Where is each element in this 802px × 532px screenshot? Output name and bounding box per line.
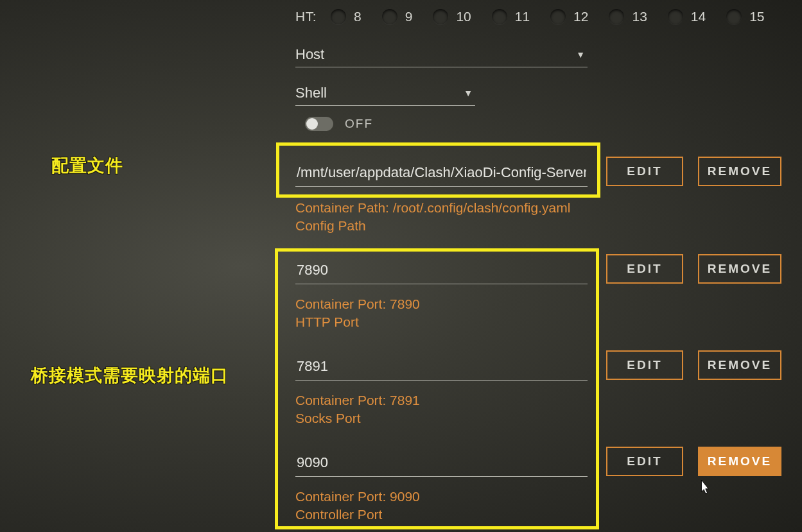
ht-value: 13 bbox=[632, 9, 647, 24]
shell-select-label: Shell bbox=[295, 85, 327, 101]
config-container-path: Container Path: /root/.config/clash/conf… bbox=[295, 199, 570, 217]
port-controller-desc: Controller Port bbox=[295, 506, 420, 524]
port-socks-input[interactable] bbox=[295, 354, 588, 381]
annotation-ports-label: 桥接模式需要映射的端口 bbox=[31, 364, 229, 387]
port-http-desc: HTTP Port bbox=[295, 313, 420, 331]
config-path-input[interactable] bbox=[295, 160, 588, 187]
radio-icon[interactable] bbox=[331, 9, 346, 24]
ht-value: 15 bbox=[749, 9, 764, 24]
ht-item[interactable]: 11 bbox=[492, 9, 530, 24]
ht-item[interactable]: 13 bbox=[609, 9, 647, 24]
port-controller-container: Container Port: 9090 bbox=[295, 488, 420, 506]
remove-button[interactable]: REMOVE bbox=[698, 157, 781, 186]
chevron-down-icon: ▼ bbox=[576, 49, 585, 60]
port-http-input[interactable] bbox=[295, 258, 588, 284]
ht-item[interactable]: 10 bbox=[433, 9, 471, 24]
ht-row: HT: 8 9 10 11 12 13 14 15 bbox=[295, 9, 779, 24]
ht-item[interactable]: 15 bbox=[726, 9, 764, 24]
ht-value: 10 bbox=[456, 9, 471, 24]
mouse-cursor-icon bbox=[697, 479, 711, 495]
ht-item[interactable]: 14 bbox=[668, 9, 706, 24]
chevron-down-icon: ▼ bbox=[464, 88, 473, 98]
ht-item[interactable]: 9 bbox=[382, 9, 413, 24]
radio-icon[interactable] bbox=[492, 9, 507, 24]
ht-value: 8 bbox=[354, 9, 362, 24]
privileged-toggle[interactable]: OFF bbox=[305, 117, 373, 131]
radio-icon[interactable] bbox=[726, 9, 742, 24]
annotation-config-label: 配置文件 bbox=[51, 154, 123, 177]
host-select-label: Host bbox=[295, 46, 324, 63]
edit-button[interactable]: EDIT bbox=[606, 254, 683, 284]
remove-button[interactable]: REMOVE bbox=[698, 447, 781, 476]
radio-icon[interactable] bbox=[550, 9, 566, 24]
config-desc: Config Path bbox=[295, 217, 570, 235]
edit-button[interactable]: EDIT bbox=[606, 350, 683, 380]
edit-button[interactable]: EDIT bbox=[606, 157, 683, 186]
radio-icon[interactable] bbox=[382, 9, 397, 24]
ht-item[interactable]: 12 bbox=[550, 9, 588, 24]
port-socks-desc: Socks Port bbox=[295, 409, 420, 427]
ht-value: 9 bbox=[405, 9, 413, 24]
host-select[interactable]: Host ▼ bbox=[295, 44, 588, 67]
toggle-switch[interactable] bbox=[305, 117, 333, 131]
port-http-container: Container Port: 7890 bbox=[295, 295, 420, 313]
radio-icon[interactable] bbox=[433, 9, 448, 24]
ht-label: HT: bbox=[295, 9, 324, 24]
port-socks-container: Container Port: 7891 bbox=[295, 391, 420, 409]
ht-value: 12 bbox=[573, 9, 588, 24]
shell-select[interactable]: Shell ▼ bbox=[295, 82, 475, 106]
radio-icon[interactable] bbox=[668, 9, 683, 24]
radio-icon[interactable] bbox=[609, 9, 624, 24]
ht-item[interactable]: 8 bbox=[331, 9, 362, 24]
remove-button[interactable]: REMOVE bbox=[698, 350, 781, 380]
ht-value: 14 bbox=[691, 9, 706, 24]
remove-button[interactable]: REMOVE bbox=[698, 254, 781, 284]
edit-button[interactable]: EDIT bbox=[606, 447, 683, 476]
toggle-state-label: OFF bbox=[345, 117, 373, 131]
ht-value: 11 bbox=[515, 9, 530, 24]
port-controller-input[interactable] bbox=[295, 450, 588, 477]
toggle-knob bbox=[306, 118, 318, 130]
